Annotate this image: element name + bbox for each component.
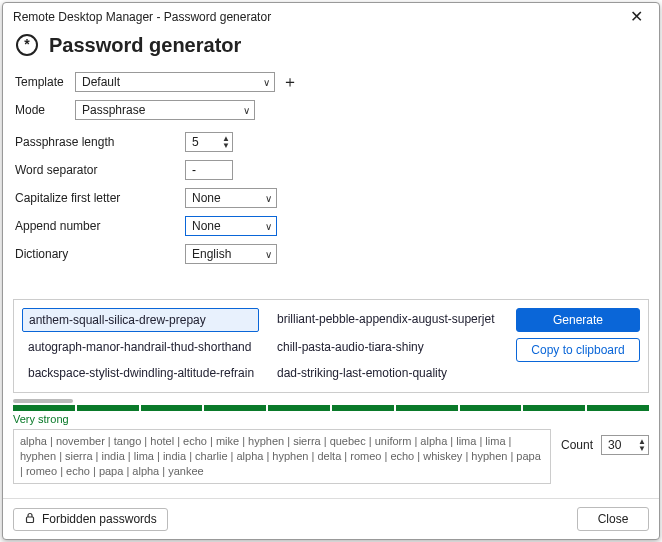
close-button[interactable]: Close (577, 507, 649, 531)
password-item[interactable]: chill-pasta-audio-tiara-shiny (271, 336, 508, 358)
append-value: None (192, 219, 221, 233)
separator-label: Word separator (15, 163, 185, 177)
horizontal-scrollbar[interactable] (13, 399, 73, 403)
length-label: Passphrase length (15, 135, 185, 149)
length-value: 5 (192, 135, 199, 149)
bottom-row: alpha | november | tango | hotel | echo … (13, 429, 649, 484)
stepper-arrows-icon[interactable]: ▲▼ (638, 438, 646, 452)
count-group: Count 30 ▲▼ (561, 429, 649, 455)
count-label: Count (561, 438, 593, 452)
add-template-button[interactable]: ＋ (281, 73, 299, 91)
strength-section: Very strong (13, 399, 649, 425)
chevron-down-icon: ∨ (243, 105, 250, 116)
length-stepper[interactable]: 5 ▲▼ (185, 132, 233, 152)
svg-text:*: * (24, 36, 30, 52)
capitalize-select[interactable]: None ∨ (185, 188, 277, 208)
password-item[interactable]: dad-striking-last-emotion-quality (271, 362, 508, 384)
close-icon[interactable]: ✕ (624, 7, 649, 27)
chevron-down-icon: ∨ (263, 77, 270, 88)
dictionary-select[interactable]: English ∨ (185, 244, 277, 264)
header: * Password generator (3, 29, 659, 67)
svg-rect-2 (27, 517, 34, 523)
password-item[interactable]: brilliant-pebble-appendix-august-superje… (271, 308, 508, 332)
password-item[interactable]: autograph-manor-handrail-thud-shorthand (22, 336, 259, 358)
separator-input[interactable] (185, 160, 233, 180)
results-panel: anthem-squall-silica-drew-prepay brillia… (13, 299, 649, 393)
window-title: Remote Desktop Manager - Password genera… (13, 10, 271, 24)
mode-select[interactable]: Passphrase ∨ (75, 100, 255, 120)
mode-label: Mode (15, 103, 75, 117)
capitalize-label: Capitalize first letter (15, 191, 185, 205)
password-item-selected[interactable]: anthem-squall-silica-drew-prepay (22, 308, 259, 332)
strength-meter (13, 405, 649, 411)
phonetic-spelling: alpha | november | tango | hotel | echo … (13, 429, 551, 484)
capitalize-value: None (192, 191, 221, 205)
forbidden-label: Forbidden passwords (42, 512, 157, 526)
copy-button[interactable]: Copy to clipboard (516, 338, 640, 362)
stepper-arrows-icon[interactable]: ▲▼ (222, 135, 230, 149)
titlebar: Remote Desktop Manager - Password genera… (3, 3, 659, 29)
append-label: Append number (15, 219, 185, 233)
page-title: Password generator (49, 34, 241, 57)
password-item[interactable]: backspace-stylist-dwindling-altitude-ref… (22, 362, 259, 384)
append-select[interactable]: None ∨ (185, 216, 277, 236)
dictionary-label: Dictionary (15, 247, 185, 261)
footer: Forbidden passwords Close (3, 498, 659, 539)
template-label: Template (15, 75, 75, 89)
lock-icon (24, 512, 36, 527)
template-select[interactable]: Default ∨ (75, 72, 275, 92)
password-generator-icon: * (15, 33, 39, 57)
strength-label: Very strong (13, 413, 649, 425)
mode-value: Passphrase (82, 103, 145, 117)
actions-column: Generate Copy to clipboard (516, 308, 640, 384)
chevron-down-icon: ∨ (265, 221, 272, 232)
chevron-down-icon: ∨ (265, 249, 272, 260)
password-generator-window: Remote Desktop Manager - Password genera… (2, 2, 660, 540)
settings-form: Template Default ∨ ＋ Mode Passphrase ∨ P… (3, 67, 659, 271)
template-value: Default (82, 75, 120, 89)
count-value: 30 (608, 438, 621, 452)
count-stepper[interactable]: 30 ▲▼ (601, 435, 649, 455)
chevron-down-icon: ∨ (265, 193, 272, 204)
forbidden-passwords-button[interactable]: Forbidden passwords (13, 508, 168, 531)
password-list[interactable]: anthem-squall-silica-drew-prepay brillia… (22, 308, 508, 384)
dictionary-value: English (192, 247, 231, 261)
generate-button[interactable]: Generate (516, 308, 640, 332)
